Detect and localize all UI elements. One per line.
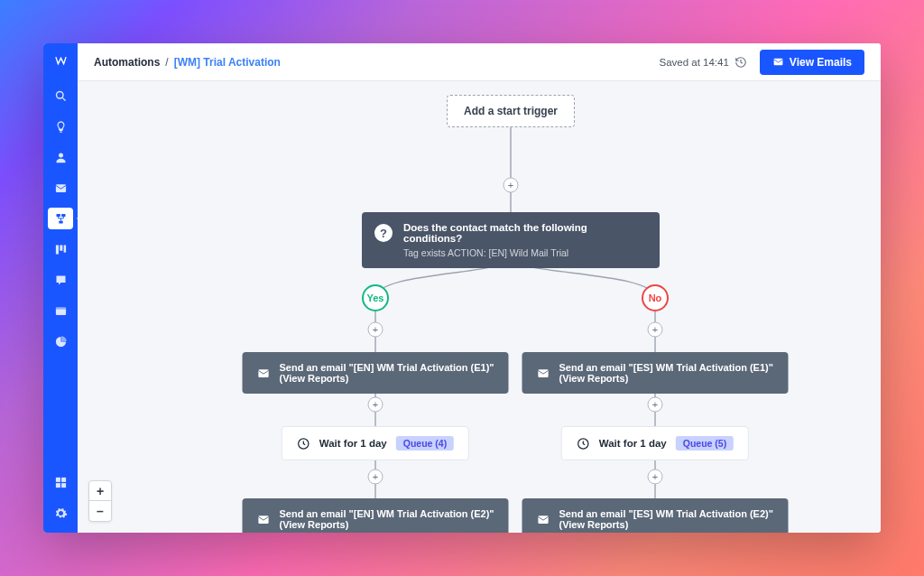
nav-campaigns[interactable] xyxy=(48,177,73,199)
start-trigger-node[interactable]: Add a start trigger xyxy=(447,95,575,127)
clock-icon xyxy=(297,437,310,451)
send-email-node[interactable]: Send an email "[EN] WM Trial Activation … xyxy=(243,352,509,394)
svg-rect-5 xyxy=(59,220,62,223)
sidebar xyxy=(43,43,78,533)
svg-rect-15 xyxy=(773,59,782,66)
add-step-button[interactable]: + xyxy=(504,178,519,193)
queue-badge[interactable]: Queue (5) xyxy=(676,436,734,451)
condition-node[interactable]: ? Does the contact match the following c… xyxy=(362,212,660,268)
wait-node[interactable]: Wait for 1 day Queue (5) xyxy=(561,426,749,460)
nav-contacts[interactable] xyxy=(48,146,73,168)
mail-icon xyxy=(257,513,271,526)
nav-automations[interactable] xyxy=(48,208,73,229)
send-email-node[interactable]: Send an email "[EN] WM Trial Activation … xyxy=(243,498,509,533)
topbar: Automations / [WM] Trial Activation Save… xyxy=(78,43,881,81)
nav-site[interactable] xyxy=(48,300,73,321)
mail-icon xyxy=(537,513,550,526)
zoom-controls: + – xyxy=(88,480,112,522)
queue-badge[interactable]: Queue (4) xyxy=(396,436,454,451)
add-step-button[interactable]: + xyxy=(368,397,383,413)
svg-rect-8 xyxy=(63,245,66,252)
breadcrumb-title[interactable]: [WM] Trial Activation xyxy=(174,56,281,69)
automation-canvas[interactable]: Add a start trigger + ? Does the contact… xyxy=(78,81,881,533)
clock-icon xyxy=(577,437,590,451)
svg-rect-13 xyxy=(55,483,60,488)
nav-reports[interactable] xyxy=(48,330,73,352)
condition-subtitle: Tag exists ACTION: [EN] Wild Mail Trial xyxy=(403,247,645,258)
branch-no-badge: No xyxy=(642,284,669,311)
breadcrumb: Automations / [WM] Trial Activation xyxy=(94,56,281,69)
send-email-node[interactable]: Send an email "[ES] WM Trial Activation … xyxy=(522,498,789,533)
mail-icon xyxy=(537,367,550,380)
nav-settings[interactable] xyxy=(48,502,73,524)
svg-rect-18 xyxy=(258,516,268,524)
zoom-in-button[interactable]: + xyxy=(89,481,111,501)
wait-node[interactable]: Wait for 1 day Queue (4) xyxy=(282,426,469,460)
nav-search[interactable] xyxy=(48,85,73,107)
add-step-button[interactable]: + xyxy=(368,469,383,485)
add-step-button[interactable]: + xyxy=(368,322,383,338)
svg-rect-12 xyxy=(61,477,66,481)
send-email-node[interactable]: Send an email "[ES] WM Trial Activation … xyxy=(522,352,789,394)
svg-rect-3 xyxy=(56,213,60,216)
breadcrumb-root[interactable]: Automations xyxy=(94,56,160,69)
svg-rect-10 xyxy=(55,307,65,310)
nav-apps[interactable] xyxy=(48,471,73,493)
svg-rect-7 xyxy=(60,245,62,250)
svg-rect-2 xyxy=(55,184,65,192)
app-logo xyxy=(49,49,72,72)
zoom-out-button[interactable]: – xyxy=(89,501,111,521)
svg-point-1 xyxy=(59,153,63,157)
svg-rect-21 xyxy=(538,516,548,524)
svg-rect-4 xyxy=(61,213,65,216)
condition-title: Does the contact match the following con… xyxy=(403,222,645,244)
svg-rect-16 xyxy=(258,369,268,377)
add-step-button[interactable]: + xyxy=(648,397,663,413)
question-icon: ? xyxy=(374,224,393,242)
view-emails-button[interactable]: View Emails xyxy=(760,50,864,75)
nav-ideas[interactable] xyxy=(48,116,73,137)
mail-icon xyxy=(257,367,271,380)
history-icon[interactable] xyxy=(735,56,747,69)
svg-rect-14 xyxy=(61,483,66,488)
svg-rect-19 xyxy=(538,369,548,377)
branch-yes-badge: Yes xyxy=(362,284,389,311)
nav-deals[interactable] xyxy=(48,238,73,260)
svg-point-0 xyxy=(56,91,63,98)
add-step-button[interactable]: + xyxy=(648,469,663,485)
mail-icon xyxy=(772,56,784,68)
add-step-button[interactable]: + xyxy=(648,322,663,338)
saved-status: Saved at 14:41 xyxy=(659,56,746,69)
svg-rect-6 xyxy=(55,245,58,254)
svg-rect-11 xyxy=(55,477,60,481)
nav-conversations[interactable] xyxy=(48,269,73,291)
